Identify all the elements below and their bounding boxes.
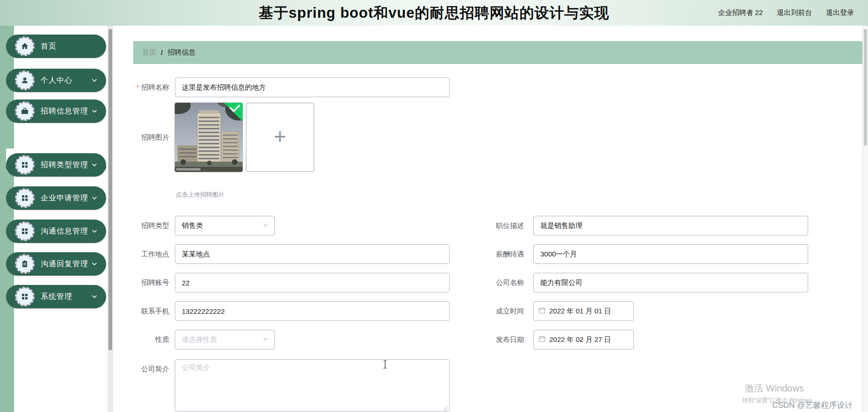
logout-link[interactable]: 退出登录 — [826, 8, 854, 17]
chevron-down-icon — [262, 222, 269, 230]
breadcrumb-current: 招聘信息 — [167, 48, 195, 57]
chevron-down-icon — [91, 293, 98, 302]
grid-icon — [15, 221, 35, 241]
recruit-type-label: 招聘类型 — [113, 216, 169, 235]
nature-select[interactable]: 请选择性质 — [175, 330, 275, 349]
recruit-account-input[interactable] — [175, 273, 450, 292]
image-upload-box[interactable]: + — [246, 103, 314, 172]
sidebar-item-system-mgmt[interactable]: 系统管理 — [6, 285, 106, 308]
company-profile-textarea[interactable] — [175, 359, 450, 412]
inner-scrollbar-thumb[interactable] — [108, 29, 112, 350]
sidebar-item-communication-info-mgmt[interactable]: 沟通信息管理 — [6, 220, 106, 243]
sidebar-item-label: 系统管理 — [41, 292, 72, 302]
calendar-icon — [538, 335, 545, 344]
header-links: 企业招聘者 22 退出到前台 退出登录 — [718, 0, 854, 26]
csdn-watermark: CSDN @艺馨程序设计 — [772, 400, 853, 411]
sidebar-item-label: 首页 — [41, 42, 57, 51]
chevron-down-icon — [91, 195, 98, 203]
briefcase-icon — [15, 101, 35, 121]
chevron-down-icon — [91, 77, 98, 85]
window-scrollbar-thumb[interactable] — [864, 29, 867, 146]
sidebar-item-recruit-info-mgmt[interactable]: 招聘信息管理 — [6, 99, 106, 123]
founded-date-label: 成立时间 — [468, 301, 524, 321]
current-user-label: 企业招聘者 22 — [718, 8, 763, 17]
company-profile-label: 公司简介 — [113, 359, 169, 379]
publish-date-picker[interactable]: 2022 年 02 月 27 日 — [533, 330, 634, 349]
sidebar-item-home[interactable]: 首页 — [6, 35, 106, 58]
nature-placeholder: 请选择性质 — [182, 335, 217, 344]
job-desc-input[interactable] — [533, 216, 808, 235]
required-asterisk: * — [137, 84, 139, 91]
text-cursor-icon — [382, 360, 388, 371]
sidebar-item-enterprise-apply-mgmt[interactable]: 企业申请管理 — [6, 186, 106, 210]
recruit-image-thumbnail[interactable] — [175, 103, 243, 172]
recruit-type-select[interactable]: 销售类 — [175, 216, 275, 235]
grid-icon — [15, 287, 35, 306]
company-name-input[interactable] — [533, 273, 808, 292]
publish-date-value: 2022 年 02 月 27 日 — [549, 335, 611, 344]
company-name-label: 公司名称 — [468, 273, 524, 292]
chevron-down-icon — [91, 228, 98, 236]
sidebar-item-personal-center[interactable]: 个人中心 — [6, 69, 106, 92]
work-place-input[interactable] — [175, 244, 450, 264]
sidebar-item-label: 个人中心 — [41, 76, 72, 85]
breadcrumb-separator: / — [161, 49, 163, 57]
breadcrumb: 首页 / 招聘信息 — [133, 41, 862, 64]
calendar-icon — [538, 307, 545, 315]
salary-label: 薪酬待遇 — [468, 244, 524, 264]
recruit-image-label: 招聘图片 — [113, 103, 169, 172]
chevron-down-icon — [91, 261, 98, 269]
sidebar: 首页 个人中心 招聘信息管理 招聘信息 招聘类型管理 — [0, 26, 108, 412]
sidebar-item-label: 招聘类型管理 — [41, 160, 88, 170]
contact-phone-input[interactable] — [175, 301, 450, 321]
clipboard-icon — [15, 254, 35, 274]
job-desc-label: 职位描述 — [468, 216, 524, 235]
sidebar-item-label: 沟通回复管理 — [41, 259, 88, 269]
founded-date-value: 2022 年 01 月 01 日 — [549, 307, 611, 316]
recruit-name-label: *招聘名称 — [113, 78, 169, 97]
grid-icon — [15, 188, 35, 208]
grid-icon — [15, 155, 35, 175]
breadcrumb-home-link[interactable]: 首页 — [142, 48, 156, 57]
exit-to-front-link[interactable]: 退出到前台 — [777, 8, 812, 17]
publish-date-label: 发布日期 — [468, 330, 524, 349]
top-header: 基于spring boot和vue的耐思招聘网站的设计与实现 企业招聘者 22 … — [0, 0, 868, 26]
sidebar-item-label: 沟通信息管理 — [41, 227, 88, 236]
chevron-down-icon — [91, 162, 98, 170]
plus-icon: + — [274, 126, 287, 147]
sidebar-item-label: 企业申请管理 — [41, 193, 88, 203]
contact-phone-label: 联系手机 — [113, 301, 169, 321]
work-place-label: 工作地点 — [113, 244, 169, 264]
chevron-down-icon — [91, 108, 98, 116]
founded-date-picker[interactable]: 2022 年 01 月 01 日 — [533, 301, 634, 321]
textarea-resize-handle[interactable] — [442, 405, 448, 410]
recruit-name-input[interactable] — [175, 78, 450, 97]
recruit-type-value: 销售类 — [182, 221, 203, 230]
recruitment-admin-page: 基于spring boot和vue的耐思招聘网站的设计与实现 企业招聘者 22 … — [0, 0, 868, 412]
user-icon — [15, 71, 35, 90]
upload-tip[interactable]: 点击上传招聘图片 — [176, 191, 224, 199]
chevron-down-icon — [262, 336, 269, 344]
sidebar-item-label: 招聘信息管理 — [41, 107, 88, 116]
sidebar-item-recruit-type-mgmt[interactable]: 招聘类型管理 — [6, 153, 106, 177]
home-icon — [15, 36, 35, 56]
recruit-account-label: 招聘账号 — [113, 273, 169, 292]
windows-activation-title: 激活 Windows — [745, 382, 804, 395]
sidebar-item-communication-reply-mgmt[interactable]: 沟通回复管理 — [6, 252, 106, 276]
nature-label: 性质 — [113, 330, 169, 349]
salary-input[interactable] — [533, 244, 808, 264]
